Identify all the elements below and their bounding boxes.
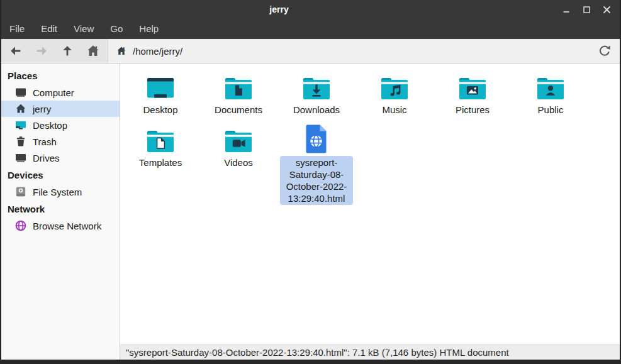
maximize-icon (582, 5, 591, 14)
filesystem-icon (14, 185, 27, 198)
sidebar-item-label: Drives (33, 153, 60, 163)
menu-item-file[interactable]: File (1, 19, 33, 39)
back-button[interactable] (8, 43, 24, 59)
menu-item-go[interactable]: Go (102, 19, 131, 39)
home-icon (14, 102, 27, 115)
path-bar[interactable]: /home/jerry/ (108, 39, 620, 63)
file-item-label: Videos (220, 156, 257, 169)
downloads-folder-icon (301, 71, 332, 101)
maximize-button[interactable] (582, 5, 591, 14)
file-item-label: Templates (135, 156, 186, 169)
sidebar-section-network: Network (1, 200, 120, 218)
sidebar-item-label: Trash (33, 136, 57, 147)
file-item-downloads[interactable]: Downloads (277, 71, 355, 116)
file-item-label: Desktop (139, 103, 181, 116)
minimize-icon (562, 5, 571, 14)
sidebar-item-file-system[interactable]: File System (1, 184, 120, 200)
templates-folder-icon (145, 124, 176, 154)
window-controls (562, 0, 612, 19)
forward-icon (34, 43, 49, 58)
status-text: "sysreport-Saturday-08-October-2022-13:2… (126, 347, 509, 358)
back-icon (8, 43, 23, 58)
refresh-icon (597, 43, 612, 58)
file-item-label: Music (378, 103, 410, 116)
file-item-desktop[interactable]: Desktop (121, 71, 199, 116)
menu-item-help[interactable]: Help (131, 19, 167, 39)
file-item-pictures[interactable]: Pictures (434, 71, 512, 116)
file-item-videos[interactable]: Videos (199, 124, 277, 205)
status-bar: "sysreport-Saturday-08-October-2022-13:2… (120, 345, 620, 360)
file-item-label: sysreport-Saturday-08-October-2022-13:29… (280, 156, 353, 205)
desktop-monitor-icon (14, 119, 27, 131)
sidebar: PlacesComputerjerryDesktopTrashDrivesDev… (1, 63, 120, 360)
network-globe-icon (14, 219, 27, 232)
documents-folder-icon (223, 71, 254, 101)
sidebar-item-trash[interactable]: Trash (1, 133, 120, 150)
forward-button (33, 43, 50, 59)
file-item-documents[interactable]: Documents (199, 71, 277, 116)
music-folder-icon (379, 71, 410, 101)
pictures-folder-icon (457, 71, 488, 101)
sidebar-section-devices: Devices (1, 166, 120, 184)
file-grid: DesktopDocumentsDownloadsMusicPicturesPu… (120, 63, 620, 345)
computer-icon (14, 86, 27, 99)
drives-icon (14, 152, 27, 164)
sidebar-item-drives[interactable]: Drives (1, 150, 120, 166)
trash-icon (14, 135, 27, 148)
menu-item-view[interactable]: View (65, 19, 102, 39)
file-item-label: Downloads (289, 103, 344, 116)
main-panel: DesktopDocumentsDownloadsMusicPicturesPu… (120, 63, 620, 360)
sidebar-item-desktop[interactable]: Desktop (1, 117, 120, 133)
sidebar-item-browse-network[interactable]: Browse Network (1, 218, 120, 234)
sidebar-item-label: Desktop (33, 120, 67, 131)
file-manager-window: jerry FileEditViewGoHelp /home/jerry/ Pl… (0, 0, 621, 364)
sidebar-item-label: Computer (33, 87, 74, 98)
file-item-sysreport-saturday-08-october-2022-13-29-40-html[interactable]: sysreport-Saturday-08-October-2022-13:29… (277, 124, 355, 205)
file-item-public[interactable]: Public (512, 71, 590, 116)
html-file-icon (304, 124, 329, 154)
minimize-button[interactable] (562, 5, 571, 14)
sidebar-item-jerry[interactable]: jerry (1, 101, 120, 117)
menu-item-edit[interactable]: Edit (33, 19, 65, 39)
videos-folder-icon (223, 124, 254, 154)
desktop-folder-icon (145, 71, 176, 101)
content-area: PlacesComputerjerryDesktopTrashDrivesDev… (1, 63, 620, 360)
sidebar-section-places: Places (1, 67, 120, 84)
home-toolbar-icon (86, 43, 101, 58)
home-small-icon (115, 45, 128, 57)
titlebar: jerry (1, 0, 620, 19)
public-folder-icon (535, 71, 566, 101)
path-text: /home/jerry/ (133, 46, 182, 57)
up-button[interactable] (59, 43, 76, 59)
file-item-label: Documents (211, 103, 266, 116)
sidebar-item-label: Browse Network (33, 221, 101, 231)
file-item-label: Pictures (452, 103, 493, 116)
window-bottom-border (1, 360, 620, 364)
close-button[interactable] (602, 5, 612, 14)
up-icon (60, 43, 75, 58)
close-icon (602, 5, 612, 14)
file-item-label: Public (534, 103, 568, 116)
file-item-music[interactable]: Music (355, 71, 434, 116)
file-item-templates[interactable]: Templates (121, 124, 199, 205)
window-title: jerry (1, 0, 557, 19)
sidebar-item-label: File System (33, 187, 82, 197)
sidebar-item-computer[interactable]: Computer (1, 84, 120, 101)
toolbar: /home/jerry/ (1, 39, 620, 63)
nav-buttons (1, 39, 108, 63)
sidebar-item-label: jerry (33, 104, 51, 114)
menubar: FileEditViewGoHelp (1, 19, 620, 39)
home-button[interactable] (85, 43, 101, 59)
refresh-button[interactable] (596, 43, 613, 59)
